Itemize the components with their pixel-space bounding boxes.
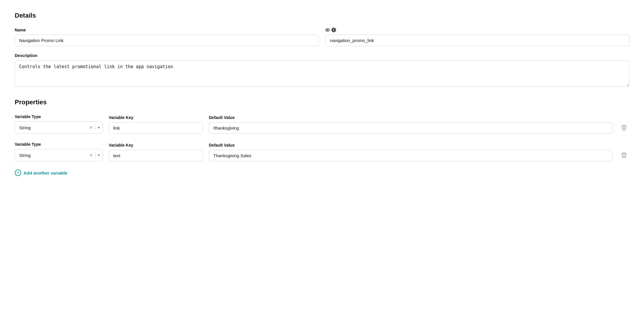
- variable-type-field-1: Variable Type String ✕ ▾: [15, 114, 103, 134]
- variable-key-label-2: Variable Key: [109, 143, 203, 148]
- description-row: Description: [15, 53, 629, 87]
- default-value-input-2[interactable]: [209, 150, 613, 161]
- name-label: Name: [15, 28, 318, 32]
- chevron-down-icon-1[interactable]: ▾: [98, 125, 100, 130]
- description-input[interactable]: [15, 60, 629, 87]
- variable-type-select-1[interactable]: String ✕ ▾: [15, 121, 103, 134]
- id-input[interactable]: [326, 35, 629, 46]
- variable-key-field-2: Variable Key: [109, 143, 203, 161]
- delete-row-1-button[interactable]: [619, 121, 629, 134]
- id-info-icon[interactable]: i: [331, 28, 336, 32]
- name-field-group: Name: [15, 28, 318, 46]
- variable-key-input-2[interactable]: [109, 150, 203, 161]
- property-row-1: Variable Type String ✕ ▾ Variable Key De…: [15, 114, 629, 134]
- plus-circle-icon: +: [15, 170, 21, 176]
- name-id-row: Name ID i: [15, 28, 629, 46]
- description-label: Description: [15, 53, 629, 58]
- chevron-down-icon-2[interactable]: ▾: [98, 153, 100, 157]
- details-title: Details: [15, 12, 629, 19]
- details-section: Details Name ID i Description: [15, 12, 629, 87]
- select-divider-1: [95, 125, 96, 130]
- select-divider-2: [95, 153, 96, 158]
- properties-title: Properties: [15, 98, 629, 106]
- properties-section: Properties Variable Type String ✕ ▾ Vari…: [15, 98, 629, 176]
- variable-type-field-2: Variable Type String ✕ ▾: [15, 142, 103, 161]
- variable-key-input-1[interactable]: [109, 122, 203, 134]
- variable-key-label-1: Variable Key: [109, 115, 203, 120]
- variable-type-select-2[interactable]: String ✕ ▾: [15, 149, 103, 161]
- default-value-input-1[interactable]: [209, 122, 613, 134]
- delete-row-2-button[interactable]: [619, 149, 629, 161]
- id-field-group: ID i: [326, 28, 629, 46]
- default-value-field-1: Default Value: [209, 115, 613, 134]
- variable-type-value-1: String: [18, 125, 89, 130]
- name-input[interactable]: [15, 35, 318, 46]
- clear-type-2-icon[interactable]: ✕: [89, 153, 93, 157]
- id-label: ID i: [326, 28, 629, 32]
- default-value-label-2: Default Value: [209, 143, 613, 148]
- add-variable-button[interactable]: + Add another variable: [15, 170, 67, 176]
- clear-type-1-icon[interactable]: ✕: [89, 125, 93, 130]
- variable-type-label-2: Variable Type: [15, 142, 103, 147]
- property-row-2: Variable Type String ✕ ▾ Variable Key De…: [15, 142, 629, 161]
- default-value-field-2: Default Value: [209, 143, 613, 161]
- add-variable-label: Add another variable: [24, 170, 67, 175]
- variable-type-label-1: Variable Type: [15, 114, 103, 119]
- variable-type-value-2: String: [18, 153, 89, 158]
- default-value-label-1: Default Value: [209, 115, 613, 120]
- description-field-group: Description: [15, 53, 629, 87]
- variable-key-field-1: Variable Key: [109, 115, 203, 134]
